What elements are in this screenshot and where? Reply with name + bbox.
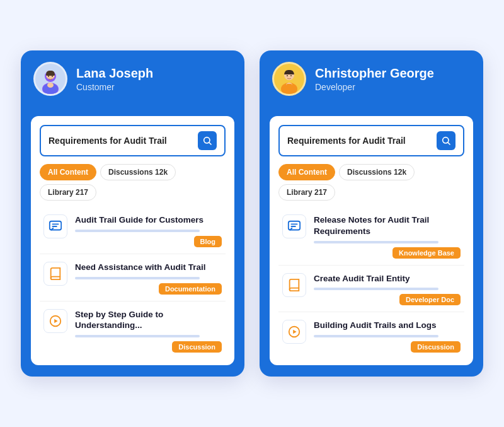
svg-rect-16 bbox=[286, 84, 292, 91]
tab[interactable]: Discussions 12k bbox=[339, 164, 415, 180]
card-inner: Requirements for Audit TrailAll ContentD… bbox=[31, 116, 234, 365]
result-item[interactable]: Step by Step Guide to Understanding...Di… bbox=[40, 303, 226, 359]
result-content: Need Assistance with Audit TrailDocument… bbox=[75, 262, 222, 295]
result-title: Building Audit Trails and Logs bbox=[314, 320, 461, 331]
result-item[interactable]: Building Audit Trails and LogsDiscussion bbox=[278, 313, 464, 359]
cards-wrapper: Lana JosephCustomerRequirements for Audi… bbox=[21, 50, 483, 376]
card-body: Requirements for Audit TrailAll ContentD… bbox=[260, 106, 483, 376]
search-button[interactable] bbox=[198, 131, 217, 150]
tab[interactable]: All Content bbox=[278, 164, 335, 180]
card-lana: Lana JosephCustomerRequirements for Audi… bbox=[21, 50, 244, 376]
svg-rect-18 bbox=[289, 221, 300, 230]
result-content: Audit Trail Guide for CustomersBlog bbox=[75, 214, 222, 247]
result-tag: Discussion bbox=[172, 341, 222, 353]
result-item[interactable]: Audit Trail Guide for CustomersBlog bbox=[40, 208, 226, 254]
result-title: Step by Step Guide to Understanding... bbox=[75, 309, 222, 331]
result-bar bbox=[75, 277, 200, 279]
tab[interactable]: Library 217 bbox=[278, 184, 335, 201]
result-bar bbox=[75, 230, 200, 232]
result-content: Release Notes for Audit Trail Requiremen… bbox=[314, 214, 461, 258]
svg-point-7 bbox=[47, 83, 54, 88]
result-list: Release Notes for Audit Trail Requiremen… bbox=[278, 208, 464, 358]
book-icon bbox=[43, 262, 67, 286]
svg-rect-3 bbox=[46, 74, 55, 76]
header-role: Developer bbox=[315, 82, 434, 92]
card-header-lana: Lana JosephCustomer bbox=[21, 50, 244, 106]
result-bar bbox=[314, 288, 438, 290]
search-text: Requirements for Audit Trail bbox=[287, 136, 432, 146]
search-text: Requirements for Audit Trail bbox=[49, 136, 193, 146]
filter-tabs: All ContentDiscussions 12kLibrary 217 bbox=[40, 164, 226, 201]
tab[interactable]: Discussions 12k bbox=[100, 164, 176, 180]
svg-rect-9 bbox=[50, 221, 61, 230]
header-role: Customer bbox=[76, 82, 153, 92]
result-list: Audit Trail Guide for CustomersBlog Need… bbox=[40, 208, 226, 358]
result-bar bbox=[75, 335, 200, 337]
play-icon bbox=[43, 309, 67, 333]
result-title: Create Audit Trail Entity bbox=[314, 273, 461, 284]
search-button[interactable] bbox=[437, 131, 455, 150]
result-tag: Developer Doc bbox=[399, 294, 461, 305]
avatar bbox=[272, 62, 306, 96]
card-header-christopher: Christopher GeorgeDeveloper bbox=[260, 50, 483, 106]
result-content: Create Audit Trail EntityDeveloper Doc bbox=[314, 273, 461, 306]
avatar bbox=[33, 62, 67, 96]
result-title: Audit Trail Guide for Customers bbox=[75, 214, 222, 226]
book-icon bbox=[282, 273, 306, 297]
result-tag: Blog bbox=[194, 236, 222, 247]
card-christopher: Christopher GeorgeDeveloperRequirements … bbox=[260, 50, 483, 376]
header-text: Lana JosephCustomer bbox=[76, 66, 153, 92]
header-name: Lana Joseph bbox=[76, 66, 153, 81]
svg-point-5 bbox=[52, 76, 53, 77]
result-title: Release Notes for Audit Trail Requiremen… bbox=[314, 214, 461, 237]
result-item[interactable]: Create Audit Trail EntityDeveloper Doc bbox=[278, 267, 464, 313]
result-content: Step by Step Guide to Understanding...Di… bbox=[75, 309, 222, 353]
svg-point-4 bbox=[48, 76, 49, 77]
result-tag: Documentation bbox=[159, 283, 222, 295]
card-body: Requirements for Audit TrailAll ContentD… bbox=[21, 106, 244, 376]
card-inner: Requirements for Audit TrailAll ContentD… bbox=[270, 116, 473, 365]
result-content: Building Audit Trails and LogsDiscussion bbox=[314, 320, 461, 353]
result-bar bbox=[314, 335, 438, 337]
filter-tabs: All ContentDiscussions 12kLibrary 217 bbox=[278, 164, 464, 201]
play-icon bbox=[282, 320, 306, 344]
result-bar bbox=[314, 241, 438, 243]
search-bar[interactable]: Requirements for Audit Trail bbox=[40, 125, 226, 156]
result-tag: Discussion bbox=[411, 341, 461, 353]
result-item[interactable]: Release Notes for Audit Trail Requiremen… bbox=[278, 208, 464, 265]
result-item[interactable]: Need Assistance with Audit TrailDocument… bbox=[40, 255, 226, 301]
header-text: Christopher GeorgeDeveloper bbox=[315, 66, 434, 92]
result-tag: Knowledge Base bbox=[392, 247, 461, 259]
tab[interactable]: Library 217 bbox=[40, 184, 96, 201]
search-bar[interactable]: Requirements for Audit Trail bbox=[278, 125, 464, 156]
header-name: Christopher George bbox=[315, 66, 434, 81]
svg-point-13 bbox=[290, 75, 292, 76]
svg-point-12 bbox=[287, 75, 288, 76]
tab[interactable]: All Content bbox=[40, 164, 96, 180]
chat-icon bbox=[43, 214, 67, 238]
chat-icon bbox=[282, 214, 306, 238]
result-title: Need Assistance with Audit Trail bbox=[75, 262, 222, 273]
